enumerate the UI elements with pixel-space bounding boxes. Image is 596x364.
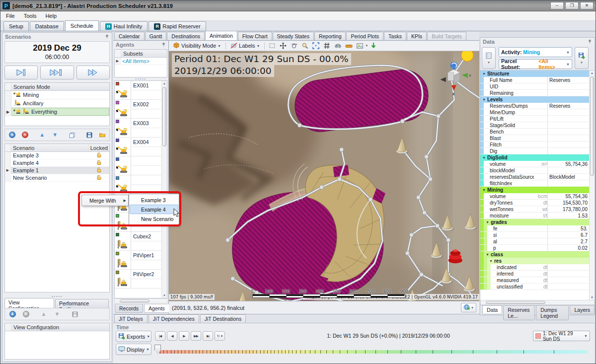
submenu-item-example-4[interactable]: Example 4 — [130, 205, 178, 214]
scenario-row[interactable]: Example 3 — [5, 152, 109, 159]
open-button[interactable] — [96, 130, 108, 140]
tab-jit-dependencies[interactable]: JiT Dependencies — [149, 314, 199, 323]
tab-data[interactable]: Data — [482, 305, 502, 314]
tab-calendar[interactable]: Calendar — [114, 32, 145, 40]
pin-icon[interactable] — [161, 42, 166, 48]
report-layout-button[interactable]: ▼ — [482, 47, 496, 69]
screenshot-tool[interactable] — [355, 42, 365, 50]
data-section-mining[interactable]: ▼Mining — [480, 187, 589, 193]
select-rectangle-tool[interactable] — [267, 42, 277, 50]
tab-agents[interactable]: Agents — [144, 304, 169, 313]
data-section-structure[interactable]: ▼Structure — [480, 71, 589, 77]
scenario-mode-ancillary[interactable]: Ancillary — [5, 99, 109, 108]
tab-records[interactable]: Records — [115, 304, 143, 313]
tab-kpis[interactable]: KPIs — [407, 32, 427, 40]
data-subsection-grades[interactable]: ▼grades — [480, 219, 589, 225]
scenario-row[interactable]: Example 4 — [5, 159, 109, 167]
remove-gray-button[interactable]: ✕ — [20, 309, 32, 319]
menu-help[interactable]: Help — [41, 12, 61, 20]
tab-dumps-legend[interactable]: Dumps Legend — [536, 305, 569, 320]
play-button[interactable]: ▶ — [179, 331, 189, 341]
tab-build-targets[interactable]: Build Targets — [427, 32, 466, 40]
submenu-item-new-scenario[interactable]: New Scenario — [130, 214, 178, 223]
app-tab-rapid-reserver[interactable]: RRapid Reserver — [149, 21, 206, 31]
data-section-levels[interactable]: ▼Levels — [480, 96, 589, 103]
agent-row-ex003[interactable]: EX003 — [115, 119, 161, 138]
agent-row[interactable] — [115, 156, 161, 175]
context-menu-merge-with[interactable]: Merge With▶ — [81, 195, 129, 206]
remove-button[interactable]: ✕ — [19, 130, 31, 140]
unlock-icon[interactable] — [96, 167, 102, 174]
ruler-tool[interactable] — [344, 42, 354, 50]
repeat-button[interactable]: ↻ ▾ — [215, 331, 225, 341]
labels-button[interactable]: Labels▼ — [228, 42, 262, 50]
agent-row[interactable] — [115, 175, 161, 194]
data-scrollbar[interactable]: ▲▼ — [589, 71, 595, 300]
save-button[interactable] — [83, 130, 95, 140]
tab-view-configuration[interactable]: View Configuration — [4, 298, 54, 308]
orbit-tool[interactable] — [289, 42, 299, 50]
app-tab-haul-infinity[interactable]: HHaul Infinity — [100, 21, 148, 31]
duplicate-button[interactable] — [67, 130, 78, 140]
tab-jit-delays[interactable]: JiT Delays — [114, 314, 148, 323]
fit-view-tool[interactable] — [311, 42, 321, 50]
skip-end-button[interactable]: ▶| — [203, 331, 213, 341]
step-forward-button[interactable] — [4, 66, 38, 79]
grid-tool[interactable] — [322, 42, 332, 50]
unlock-icon[interactable] — [96, 160, 102, 166]
tab-period-plots[interactable]: Period Plots — [346, 32, 383, 40]
menu-tools[interactable]: Tools — [19, 12, 41, 20]
tab-jit-destinations[interactable]: JiT Destinations — [200, 314, 246, 323]
period-selector[interactable]: 1: Dec W1 29 Sun DS ▼ — [533, 331, 590, 341]
data-subsection-class[interactable]: ▼class — [480, 251, 589, 258]
pin-icon[interactable] — [105, 34, 109, 40]
controller-tool[interactable] — [333, 42, 343, 50]
tab-steady-states[interactable]: Steady States — [273, 32, 314, 40]
scenario-row[interactable]: New Scenario — [5, 174, 109, 182]
display-button[interactable]: Display▼ — [116, 344, 151, 355]
skip-start-button[interactable]: |◀ — [155, 331, 165, 341]
subset-row[interactable]: ▶<All Items> — [115, 58, 167, 65]
scenario-mode-mining[interactable]: Mining — [5, 91, 109, 99]
download-tool[interactable] — [369, 42, 378, 50]
add-button[interactable]: + — [6, 309, 18, 319]
world-options-button[interactable]: ▼ — [461, 303, 476, 312]
tab-destinations[interactable]: Destinations — [167, 32, 205, 40]
down-gray-button[interactable]: ▼ — [51, 309, 63, 319]
agent-row-ex001[interactable]: EX001 — [115, 81, 161, 100]
parcel-subset-dropdown[interactable]: Parcel Subset: <All Items>▼ — [499, 59, 572, 69]
play-forward-button[interactable] — [76, 66, 110, 79]
restore-button[interactable]: ❐ — [565, 2, 579, 9]
tab-gantt[interactable]: Gantt — [145, 32, 167, 40]
unlock-icon[interactable] — [96, 152, 102, 159]
unlock-icon[interactable] — [96, 175, 102, 181]
tab-reserves-le-[interactable]: Reserves Le... — [503, 305, 535, 320]
agent-row-pitviper2[interactable]: PitViper2 — [115, 270, 161, 289]
save-gray-button[interactable] — [69, 309, 81, 319]
tab-flow-chart[interactable]: Flow Chart — [238, 32, 272, 40]
app-tab-database[interactable]: Database — [30, 21, 64, 31]
agents-scrollbar[interactable]: ▲▼ — [161, 81, 167, 298]
move-down-button[interactable]: ▼ — [49, 130, 61, 140]
exports-button[interactable]: Exports▼ — [116, 331, 151, 342]
tab-reporting[interactable]: Reporting — [314, 32, 346, 40]
agent-row-cubex2[interactable]: Cubex2 — [115, 232, 161, 251]
viewport-3d[interactable]: Y X Period 01: Dec W1 29 Sun DS - 00.0% … — [169, 51, 479, 301]
export-data-button[interactable]: ▼ — [575, 47, 589, 69]
agents-hscrollbar[interactable] — [114, 298, 167, 303]
move-up-button[interactable]: ▲ — [36, 130, 48, 140]
up-gray-button[interactable]: ▲ — [38, 309, 50, 319]
agent-row-pitviper1[interactable]: PitViper1 — [115, 251, 161, 270]
add-button[interactable]: + — [6, 130, 18, 140]
minimize-button[interactable]: – — [550, 2, 564, 9]
app-tab-setup[interactable]: Setup — [3, 21, 29, 31]
tab-layers[interactable]: Layers — [570, 305, 595, 314]
agent-row-ex004[interactable]: EX004 — [115, 138, 161, 156]
scenario-row[interactable]: ▶Example 1 — [5, 167, 109, 174]
close-button[interactable]: ✕ — [580, 2, 594, 9]
data-subsection-res[interactable]: ▼res — [480, 258, 589, 264]
tab-performance-profiler[interactable]: Performance Profiler — [55, 299, 109, 308]
timeline[interactable] — [155, 345, 589, 358]
pan-tool[interactable] — [278, 42, 288, 50]
visibility-mode-button[interactable]: Visibility Mode▼ — [171, 42, 223, 50]
